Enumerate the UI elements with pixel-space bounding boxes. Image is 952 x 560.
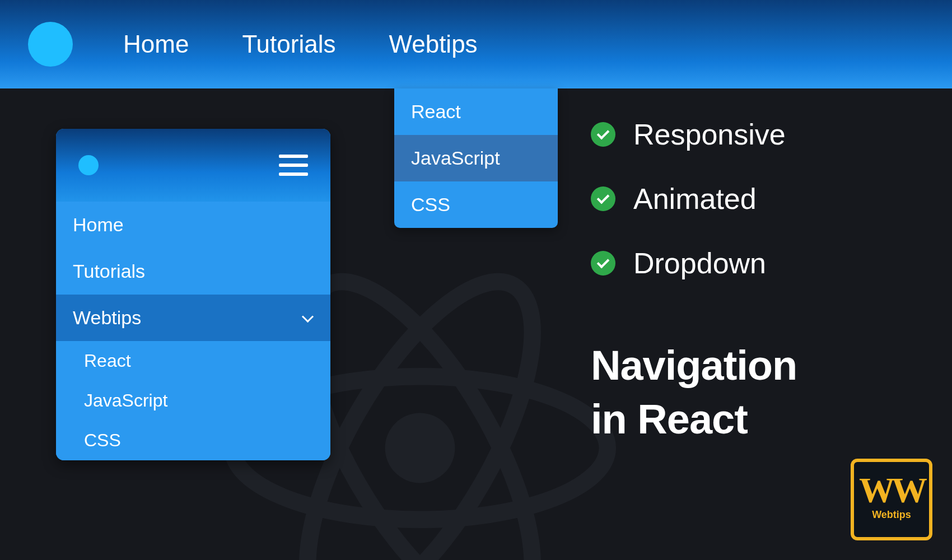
check-circle-icon xyxy=(591,251,615,276)
feature-label: Animated xyxy=(633,182,757,216)
feature-label: Dropdown xyxy=(633,246,766,280)
nav-link-webtips[interactable]: Webtips xyxy=(389,30,477,58)
mobile-menu: Home Tutorials Webtips React JavaScript … xyxy=(56,202,330,460)
feature-responsive: Responsive xyxy=(591,118,786,151)
mobile-nav-header xyxy=(56,129,330,202)
dropdown-item-react[interactable]: React xyxy=(394,88,558,135)
logo-circle-small[interactable] xyxy=(78,155,99,175)
mobile-item-label: Tutorials xyxy=(73,260,145,282)
chevron-down-icon xyxy=(302,315,314,321)
badge-label: Webtips xyxy=(872,509,911,521)
mobile-item-tutorials[interactable]: Tutorials xyxy=(56,248,330,295)
check-circle-icon xyxy=(591,122,615,147)
features-list: Responsive Animated Dropdown xyxy=(591,118,786,280)
headline-line-1: Navigation xyxy=(591,339,797,393)
nav-links: Home Tutorials Webtips xyxy=(123,30,478,58)
headline: Navigation in React xyxy=(591,339,797,446)
mobile-item-label: Webtips xyxy=(73,307,141,329)
headline-line-2: in React xyxy=(591,393,797,446)
feature-label: Responsive xyxy=(633,118,786,151)
nav-link-home[interactable]: Home xyxy=(123,30,189,58)
webtips-badge[interactable]: WW Webtips xyxy=(851,459,932,540)
mobile-item-home[interactable]: Home xyxy=(56,202,330,248)
mobile-sub-react[interactable]: React xyxy=(56,341,330,381)
feature-animated: Animated xyxy=(591,182,786,216)
mobile-item-webtips[interactable]: Webtips xyxy=(56,295,330,341)
dropdown-item-javascript[interactable]: JavaScript xyxy=(394,135,558,181)
feature-dropdown: Dropdown xyxy=(591,246,786,280)
dropdown-panel: React JavaScript CSS xyxy=(394,88,558,228)
badge-logo-text: WW xyxy=(859,478,924,503)
top-navigation: Home Tutorials Webtips xyxy=(0,0,952,88)
svg-point-0 xyxy=(385,413,455,483)
check-circle-icon xyxy=(591,186,615,211)
mobile-sub-css[interactable]: CSS xyxy=(56,421,330,460)
mobile-sub-javascript[interactable]: JavaScript xyxy=(56,381,330,421)
hamburger-icon[interactable] xyxy=(279,155,308,176)
logo-circle[interactable] xyxy=(28,22,73,67)
mobile-item-label: Home xyxy=(73,214,124,236)
mobile-nav-card: Home Tutorials Webtips React JavaScript … xyxy=(56,129,330,460)
dropdown-item-css[interactable]: CSS xyxy=(394,181,558,228)
nav-link-tutorials[interactable]: Tutorials xyxy=(242,30,335,58)
